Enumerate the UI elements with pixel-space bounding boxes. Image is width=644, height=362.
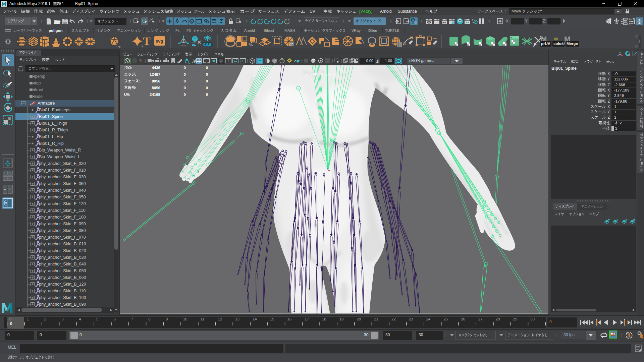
svg-text:0,0,0: 0,0,0: [203, 43, 211, 47]
svg-text:+: +: [4, 187, 6, 191]
svg-text:+: +: [4, 171, 6, 175]
svg-text:+: +: [9, 177, 11, 181]
svg-text:IPR: IPR: [442, 21, 446, 24]
svg-text:+: +: [4, 177, 6, 181]
svg-text:ON: ON: [396, 60, 400, 62]
svg-text:T: T: [242, 59, 244, 63]
